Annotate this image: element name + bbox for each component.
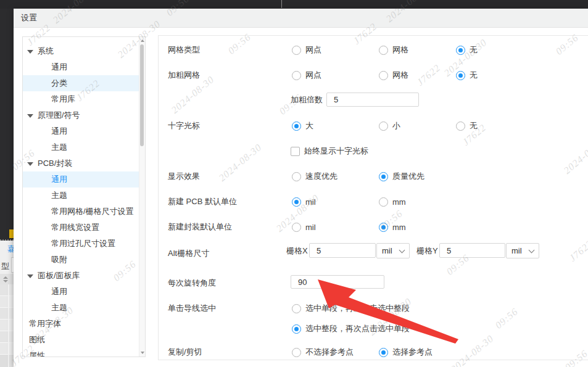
- grid-y-unit-select[interactable]: mil: [506, 243, 539, 258]
- click-track-select-label: 单击导线选中: [168, 302, 216, 315]
- radio-icon[interactable]: [292, 122, 301, 131]
- sidebar-item-pcb-theme[interactable]: 主题: [23, 188, 139, 204]
- app-top-toolbar: [0, 0, 588, 9]
- sidebar-item-via-size-settings[interactable]: 常用过孔尺寸设置: [23, 236, 139, 252]
- settings-form-panel: 网格类型 网点 网格 无 加粗网格 网点 网格 无 加粗倍数 十字光标 大 小 …: [158, 35, 588, 360]
- sidebar-item-pcb-general[interactable]: 通用: [23, 171, 139, 188]
- display-effect-label: 显示效果: [168, 170, 200, 183]
- scrollbar-thumb[interactable]: [140, 44, 144, 146]
- grid-type-option-none[interactable]: 无: [456, 44, 478, 56]
- crosshair-option-large[interactable]: 大: [292, 120, 313, 132]
- table-row: [0, 343, 14, 355]
- sort-icon[interactable]: [2, 276, 7, 282]
- table-row: [0, 320, 14, 331]
- collapse-arrow-icon[interactable]: [27, 114, 33, 118]
- always-show-crosshair-checkbox[interactable]: 始终显示十字光标: [291, 145, 368, 157]
- radio-icon[interactable]: [292, 46, 301, 55]
- grid-y-input[interactable]: [439, 243, 505, 258]
- new-footprint-unit-option-mil[interactable]: mil: [292, 221, 316, 233]
- bold-multiple-label: 加粗倍数: [291, 94, 323, 106]
- radio-icon[interactable]: [456, 46, 465, 55]
- click-track-option-whole-first[interactable]: 选中整段，再次点击选中单段: [292, 323, 410, 335]
- pcb-canvas-edge: [0, 9, 14, 241]
- rotation-angle-label: 每次旋转角度: [168, 277, 216, 289]
- sidebar-item-properties[interactable]: 属性: [23, 348, 139, 357]
- settings-nav-panel: 系统 通用 分类 常用库 原理图/符号 通用 主题 PCB/封装 通用 主题 常…: [22, 36, 146, 357]
- sidebar-item-snap[interactable]: 吸附: [23, 252, 139, 268]
- background-field-label: 型: [1, 261, 9, 272]
- display-effect-option-quality[interactable]: 质量优先: [379, 170, 424, 183]
- radio-icon[interactable]: [379, 223, 388, 232]
- new-pcb-unit-option-mm[interactable]: mm: [379, 196, 406, 208]
- copy-cut-option-reference[interactable]: 选择参考点: [379, 346, 433, 358]
- radio-icon[interactable]: [379, 172, 388, 181]
- dialog-header[interactable]: 设置: [14, 9, 588, 28]
- sidebar-item-fonts[interactable]: 常用字体: [23, 316, 139, 332]
- grid-type-option-dot[interactable]: 网点: [292, 44, 321, 56]
- crosshair-option-small[interactable]: 小: [379, 120, 400, 132]
- bold-grid-option-grid[interactable]: 网格: [379, 69, 408, 81]
- radio-icon[interactable]: [379, 197, 388, 207]
- table-row: [0, 308, 14, 320]
- checkbox-icon[interactable]: [291, 147, 300, 156]
- collapse-arrow-icon[interactable]: [27, 274, 33, 278]
- new-footprint-unit-option-mm[interactable]: mm: [379, 221, 406, 233]
- bold-multiple-input[interactable]: [326, 93, 419, 107]
- crosshair-option-none[interactable]: 无: [456, 120, 478, 132]
- radio-icon[interactable]: [292, 348, 301, 357]
- collapse-arrow-icon[interactable]: [27, 162, 33, 166]
- radio-icon[interactable]: [379, 122, 388, 131]
- sidebar-item-system-general[interactable]: 通用: [23, 59, 139, 75]
- chevron-down-icon: [528, 247, 534, 253]
- bold-grid-option-dot[interactable]: 网点: [292, 69, 321, 81]
- sidebar-item-schematic[interactable]: 原理图/符号: [23, 107, 139, 123]
- bold-grid-option-none[interactable]: 无: [456, 69, 478, 81]
- sidebar-item-system-common-lib[interactable]: 常用库: [23, 91, 139, 107]
- sidebar-item-track-width-settings[interactable]: 常用线宽设置: [23, 220, 139, 236]
- grid-type-label: 网格类型: [168, 44, 200, 56]
- grid-x-label: 栅格X: [286, 245, 308, 257]
- grid-x-unit-select[interactable]: mil: [376, 243, 410, 258]
- crosshair-label: 十字光标: [168, 120, 200, 132]
- scroll-down-icon[interactable]: [141, 352, 144, 354]
- chevron-down-icon: [399, 247, 405, 253]
- radio-icon[interactable]: [292, 71, 301, 80]
- toolbar-separator: [281, 0, 282, 8]
- dialog-title: 设置: [21, 9, 37, 27]
- grid-type-option-grid[interactable]: 网格: [379, 44, 408, 56]
- sidebar-item-schematic-theme[interactable]: 主题: [23, 139, 139, 155]
- sidebar-item-system[interactable]: 系统: [23, 43, 139, 59]
- radio-icon[interactable]: [379, 71, 388, 80]
- sidebar-item-panel[interactable]: 面板/面板库: [23, 268, 139, 284]
- radio-icon[interactable]: [456, 71, 465, 80]
- sidebar-item-sheet[interactable]: 图纸: [23, 332, 139, 348]
- radio-icon[interactable]: [292, 197, 301, 207]
- sidebar-item-grid-size-settings[interactable]: 常用网格/栅格尺寸设置: [23, 204, 139, 220]
- radio-icon[interactable]: [379, 46, 388, 55]
- radio-icon[interactable]: [456, 122, 465, 131]
- radio-icon[interactable]: [292, 324, 301, 334]
- copy-cut-option-no-reference[interactable]: 不选择参考点: [292, 346, 354, 358]
- display-effect-option-speed[interactable]: 速度优先: [292, 170, 337, 183]
- table-row: [0, 284, 14, 296]
- new-pcb-unit-option-mil[interactable]: mil: [292, 196, 316, 208]
- radio-icon[interactable]: [379, 348, 388, 357]
- sidebar-item-system-category[interactable]: 分类: [23, 75, 139, 91]
- tree-scrollbar[interactable]: [139, 37, 145, 357]
- click-track-option-segment-first[interactable]: 选中单段，再次点击选中整段: [292, 302, 410, 315]
- new-footprint-unit-label: 新建封装默认单位: [168, 221, 232, 233]
- grid-x-input[interactable]: [309, 243, 376, 258]
- sidebar-item-panel-general[interactable]: 通用: [23, 284, 139, 300]
- rotation-angle-input[interactable]: [291, 275, 384, 289]
- grid-y-label: 栅格Y: [416, 245, 438, 257]
- radio-icon[interactable]: [292, 304, 301, 313]
- radio-icon[interactable]: [292, 223, 301, 232]
- new-pcb-unit-label: 新建 PCB 默认单位: [168, 196, 237, 208]
- sidebar-item-panel-theme[interactable]: 主题: [23, 300, 139, 316]
- scroll-up-icon[interactable]: [141, 39, 144, 42]
- collapse-arrow-icon[interactable]: [27, 50, 33, 54]
- sidebar-item-pcb[interactable]: PCB/封装: [23, 155, 139, 171]
- sidebar-item-schematic-general[interactable]: 通用: [23, 123, 139, 139]
- radio-icon[interactable]: [292, 172, 301, 181]
- bold-grid-label: 加粗网格: [168, 69, 200, 81]
